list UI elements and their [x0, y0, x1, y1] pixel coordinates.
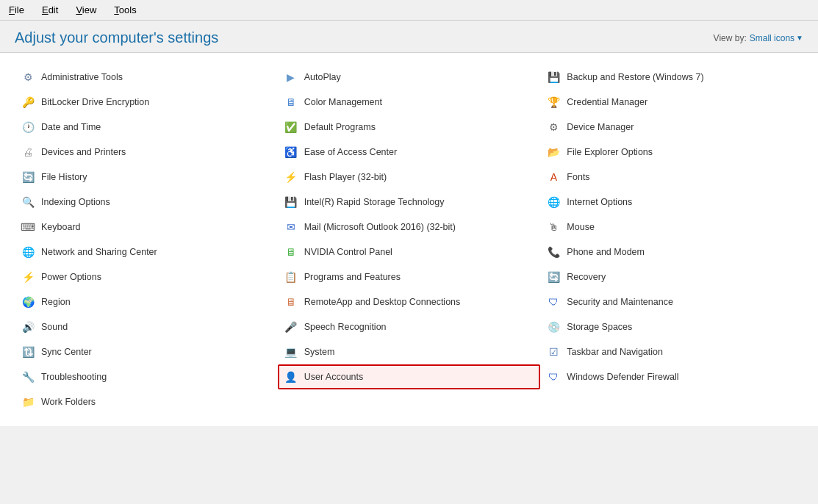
file-exp-icon: 📂: [546, 145, 561, 159]
item-device-mgr[interactable]: ⚙Device Manager: [540, 115, 803, 140]
remote-label: RemoteApp and Desktop Connections: [304, 297, 461, 307]
taskbar-icon: ☑: [546, 345, 561, 359]
date-time-label: Date and Time: [41, 122, 101, 132]
device-mgr-label: Device Manager: [567, 122, 634, 132]
item-user-accounts[interactable]: 👤User Accounts: [278, 364, 541, 389]
ease-icon: ♿: [284, 145, 298, 159]
sync-label: Sync Center: [41, 347, 92, 357]
bitlocker-icon: 🔑: [21, 95, 35, 109]
content-area: ⚙Administrative Tools🔑BitLocker Drive En…: [0, 53, 818, 426]
item-work-folders[interactable]: 📁Work Folders: [15, 389, 278, 414]
item-network[interactable]: 🌐Network and Sharing Center: [15, 240, 278, 264]
item-keyboard[interactable]: ⌨Keyboard: [15, 215, 278, 240]
item-admin-tools[interactable]: ⚙Administrative Tools: [15, 65, 278, 90]
item-mail[interactable]: ✉Mail (Microsoft Outlook 2016) (32-bit): [278, 215, 541, 240]
security-icon: 🛡: [546, 295, 561, 309]
mail-label: Mail (Microsoft Outlook 2016) (32-bit): [304, 222, 456, 232]
item-file-exp[interactable]: 📂File Explorer Options: [540, 140, 803, 165]
item-taskbar[interactable]: ☑Taskbar and Navigation: [540, 339, 803, 364]
item-trouble[interactable]: 🔧Troubleshooting: [15, 364, 278, 389]
default-prog-icon: ✅: [284, 120, 298, 134]
item-intel[interactable]: 💾Intel(R) Rapid Storage Technology: [278, 190, 541, 215]
item-system[interactable]: 💻System: [278, 339, 541, 364]
item-nvidia[interactable]: 🖥NVIDIA Control Panel: [278, 240, 541, 264]
flash-icon: ⚡: [284, 170, 298, 184]
color-mgmt-icon: 🖥: [284, 95, 298, 109]
item-flash[interactable]: ⚡Flash Player (32-bit): [278, 165, 541, 190]
backup-label: Backup and Restore (Windows 7): [567, 72, 703, 82]
item-sync[interactable]: 🔃Sync Center: [15, 339, 278, 364]
item-default-prog[interactable]: ✅Default Programs: [278, 115, 541, 140]
item-speech[interactable]: 🎤Speech Recognition: [278, 314, 541, 339]
region-label: Region: [41, 297, 71, 307]
speech-icon: 🎤: [284, 320, 298, 334]
item-ease[interactable]: ♿Ease of Access Center: [278, 140, 541, 165]
item-defender[interactable]: 🛡Windows Defender Firewall: [540, 364, 803, 389]
defender-label: Windows Defender Firewall: [567, 372, 678, 382]
bitlocker-label: BitLocker Drive Encryption: [41, 97, 149, 107]
flash-label: Flash Player (32-bit): [304, 172, 387, 182]
item-recovery[interactable]: 🔄Recovery: [540, 264, 803, 289]
defender-icon: 🛡: [546, 370, 561, 384]
mail-icon: ✉: [284, 220, 298, 234]
color-mgmt-label: Color Management: [304, 97, 382, 107]
menu-file[interactable]: File: [6, 3, 27, 17]
item-backup[interactable]: 💾Backup and Restore (Windows 7): [540, 65, 803, 90]
item-phone[interactable]: 📞Phone and Modem: [540, 240, 803, 264]
item-color-mgmt[interactable]: 🖥Color Management: [278, 90, 541, 115]
item-storage[interactable]: 💿Storage Spaces: [540, 314, 803, 339]
item-indexing[interactable]: 🔍Indexing Options: [15, 190, 278, 215]
item-fonts[interactable]: AFonts: [540, 165, 803, 190]
system-label: System: [304, 347, 335, 357]
item-file-history[interactable]: 🔄File History: [15, 165, 278, 190]
region-icon: 🌍: [21, 295, 35, 309]
file-history-icon: 🔄: [21, 170, 35, 184]
item-autoplay[interactable]: ▶AutoPlay: [278, 65, 541, 90]
autoplay-label: AutoPlay: [304, 72, 341, 82]
item-date-time[interactable]: 🕐Date and Time: [15, 115, 278, 140]
network-icon: 🌐: [21, 245, 35, 259]
item-region[interactable]: 🌍Region: [15, 289, 278, 314]
device-mgr-icon: ⚙: [546, 120, 561, 134]
taskbar-label: Taskbar and Navigation: [567, 347, 663, 357]
item-security[interactable]: 🛡Security and Maintenance: [540, 289, 803, 314]
item-mouse[interactable]: 🖱Mouse: [540, 215, 803, 240]
column-col1: ⚙Administrative Tools🔑BitLocker Drive En…: [15, 65, 278, 414]
item-devices-printers[interactable]: 🖨Devices and Printers: [15, 140, 278, 165]
keyboard-icon: ⌨: [21, 220, 35, 234]
mouse-icon: 🖱: [546, 220, 561, 234]
item-credential[interactable]: 🏆Credential Manager: [540, 90, 803, 115]
user-accounts-label: User Accounts: [304, 372, 364, 382]
item-power[interactable]: ⚡Power Options: [15, 264, 278, 289]
autoplay-icon: ▶: [284, 70, 298, 84]
sound-label: Sound: [41, 322, 68, 332]
power-label: Power Options: [41, 272, 101, 282]
phone-label: Phone and Modem: [567, 247, 645, 257]
item-remote[interactable]: 🖥RemoteApp and Desktop Connections: [278, 289, 541, 314]
item-sound[interactable]: 🔊Sound: [15, 314, 278, 339]
power-icon: ⚡: [21, 270, 35, 284]
programs-label: Programs and Features: [304, 272, 401, 282]
recovery-icon: 🔄: [546, 270, 561, 284]
nvidia-label: NVIDIA Control Panel: [304, 247, 392, 257]
internet-icon: 🌐: [546, 195, 561, 209]
item-programs[interactable]: 📋Programs and Features: [278, 264, 541, 289]
menu-view[interactable]: View: [73, 3, 99, 17]
menu-edit[interactable]: Edit: [39, 3, 61, 17]
security-label: Security and Maintenance: [567, 297, 673, 307]
sync-icon: 🔃: [21, 345, 35, 359]
credential-label: Credential Manager: [567, 97, 647, 107]
recovery-label: Recovery: [567, 272, 606, 282]
view-by-label: View by:: [714, 33, 747, 43]
item-internet[interactable]: 🌐Internet Options: [540, 190, 803, 215]
work-folders-icon: 📁: [21, 395, 35, 409]
sound-icon: 🔊: [21, 320, 35, 334]
file-history-label: File History: [41, 172, 87, 182]
menu-tools[interactable]: Tools: [111, 3, 139, 17]
backup-icon: 💾: [546, 70, 561, 84]
view-by-dropdown[interactable]: Small icons ▼: [750, 33, 803, 43]
view-by-value: Small icons: [750, 33, 794, 43]
fonts-label: Fonts: [567, 172, 589, 182]
remote-icon: 🖥: [284, 295, 298, 309]
item-bitlocker[interactable]: 🔑BitLocker Drive Encryption: [15, 90, 278, 115]
